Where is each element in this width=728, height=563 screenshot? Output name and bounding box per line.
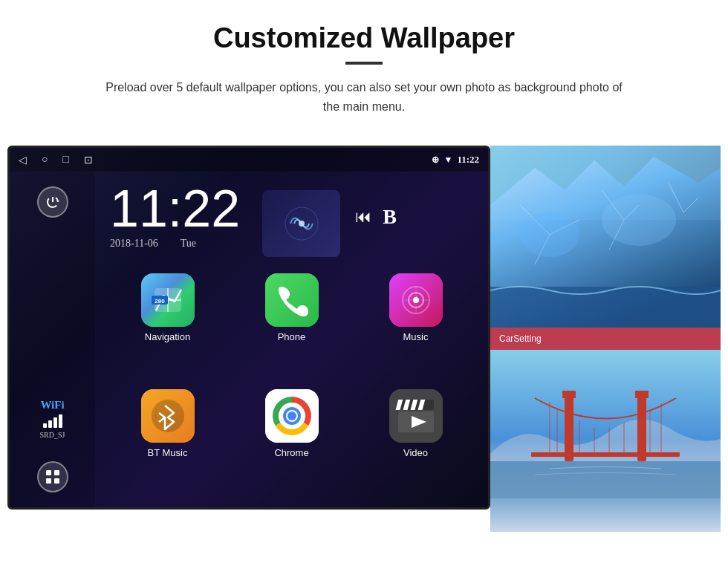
chrome-icon — [265, 389, 319, 443]
location-icon: ⊕ — [432, 154, 439, 166]
media-widget — [262, 190, 340, 257]
svg-rect-3 — [54, 470, 59, 475]
apps-button[interactable] — [37, 461, 68, 492]
navigation-icon: 280 — [141, 273, 195, 327]
phone-label: Phone — [278, 331, 306, 342]
svg-point-26 — [287, 411, 296, 420]
wifi-bar-4 — [59, 414, 62, 428]
screenshot-icon[interactable]: ⊡ — [84, 154, 93, 166]
power-icon — [46, 195, 59, 209]
home-icon[interactable]: ○ — [42, 154, 48, 166]
svg-rect-5 — [54, 478, 59, 484]
bt-music-label: BT Music — [148, 447, 188, 458]
wifi-bar-1 — [43, 423, 47, 428]
chrome-label: Chrome — [274, 447, 308, 458]
music-icon: ♪ — [389, 273, 443, 327]
wifi-bars — [40, 414, 65, 428]
clock-section: 11:22 2018-11-06 Tue — [95, 172, 488, 507]
prev-track-icon[interactable]: ⏮ — [355, 207, 371, 227]
navigation-label: Navigation — [145, 331, 190, 342]
app-navigation[interactable]: 280 Navigation — [110, 273, 225, 380]
left-sidebar: WiFi SRD_SJ — [10, 172, 95, 507]
app-bt-music[interactable]: BT Music — [110, 389, 225, 496]
svg-rect-4 — [46, 478, 51, 484]
ice-wallpaper-svg — [490, 146, 721, 328]
wifi-bar-2 — [48, 420, 52, 428]
status-time: 11:22 — [457, 154, 479, 166]
wifi-bar-3 — [53, 417, 57, 428]
phone-icon — [265, 273, 319, 327]
music-label: Music — [403, 331, 429, 342]
clock-time: 11:22 — [110, 183, 240, 235]
app-grid: 280 Navigation — [110, 273, 473, 496]
carsetting-label: CarSetting — [499, 333, 542, 344]
recents-icon[interactable]: □ — [62, 154, 68, 166]
app-chrome[interactable]: Chrome — [234, 389, 349, 496]
svg-point-38 — [520, 212, 579, 257]
svg-rect-46 — [635, 391, 649, 398]
wifi-label: WiFi — [40, 399, 65, 411]
app-video[interactable]: Video — [358, 389, 473, 496]
wifi-status-icon: ▼ — [443, 154, 452, 166]
carsetting-bar[interactable]: CarSetting — [490, 328, 721, 350]
title-divider — [345, 62, 383, 65]
day-value: Tue — [181, 238, 196, 250]
status-right: ⊕ ▼ 11:22 — [432, 154, 479, 166]
wifi-ssid: SRD_SJ — [40, 431, 65, 439]
wallpaper-ice[interactable] — [490, 146, 721, 328]
wifi-info: WiFi SRD_SJ — [40, 399, 65, 439]
grid-icon — [45, 469, 60, 484]
svg-text:280: 280 — [155, 298, 165, 305]
power-button[interactable] — [37, 186, 68, 218]
screen-content: WiFi SRD_SJ — [10, 172, 488, 507]
svg-rect-55 — [531, 452, 680, 457]
svg-rect-14 — [265, 273, 319, 327]
back-icon[interactable]: ◁ — [19, 154, 27, 166]
wifi-music-icon — [283, 205, 320, 242]
svg-rect-45 — [562, 391, 576, 398]
svg-text:♪: ♪ — [413, 293, 419, 305]
clock-date: 2018-11-06 Tue — [110, 238, 240, 250]
next-track-label: B — [383, 205, 397, 229]
android-screen: ◁ ○ □ ⊡ ⊕ ▼ 11:22 W — [7, 146, 490, 510]
bridge-wallpaper-svg — [490, 350, 721, 498]
app-music[interactable]: ♪ Music — [358, 273, 473, 380]
svg-rect-43 — [565, 394, 573, 461]
svg-rect-2 — [46, 470, 51, 475]
page-title: Customized Wallpaper — [45, 22, 683, 54]
date-value: 2018-11-06 — [110, 238, 158, 250]
media-controls: ⏮ B — [355, 205, 397, 229]
right-panel: CarSetting — [490, 146, 721, 532]
page-header: Customized Wallpaper Preload over 5 defa… — [0, 0, 728, 146]
svg-rect-44 — [637, 394, 646, 461]
svg-point-39 — [602, 194, 676, 246]
video-icon — [389, 389, 443, 443]
bt-music-icon — [141, 389, 195, 443]
clock-block: 11:22 2018-11-06 Tue — [110, 183, 240, 264]
video-label: Video — [403, 447, 428, 458]
page-description: Preload over 5 default wallpaper options… — [104, 78, 624, 116]
nav-buttons: ◁ ○ □ ⊡ — [19, 154, 93, 166]
status-bar: ◁ ○ □ ⊡ ⊕ ▼ 11:22 — [10, 148, 488, 172]
app-phone[interactable]: Phone — [234, 273, 349, 380]
wallpaper-bridge[interactable] — [490, 350, 721, 532]
device-wrapper: ◁ ○ □ ⊡ ⊕ ▼ 11:22 W — [0, 146, 728, 554]
svg-point-7 — [299, 221, 305, 227]
